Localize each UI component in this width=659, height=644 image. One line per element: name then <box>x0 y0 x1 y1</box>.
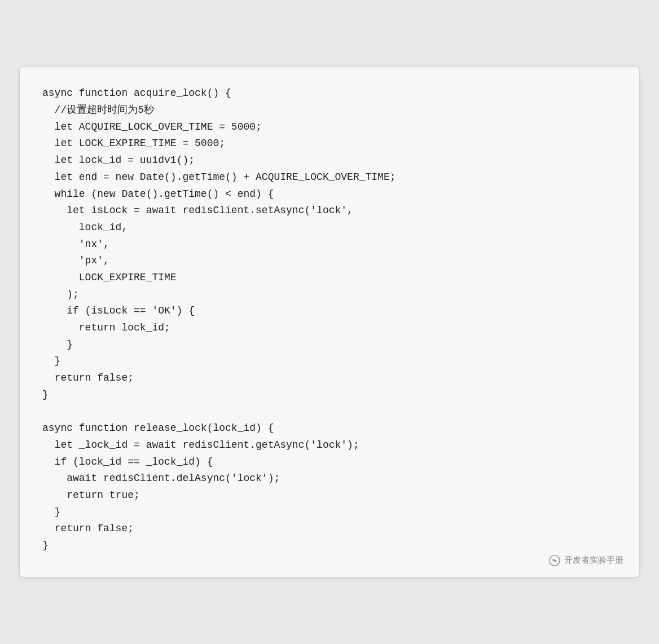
code-block: async function acquire_lock() { //设置超时时间… <box>42 85 617 554</box>
watermark-text: 开发者实验手册 <box>564 555 623 566</box>
watermark-icon <box>548 554 561 567</box>
code-container: async function acquire_lock() { //设置超时时间… <box>19 67 640 577</box>
watermark: 开发者实验手册 <box>548 554 623 567</box>
svg-point-1 <box>553 559 556 562</box>
